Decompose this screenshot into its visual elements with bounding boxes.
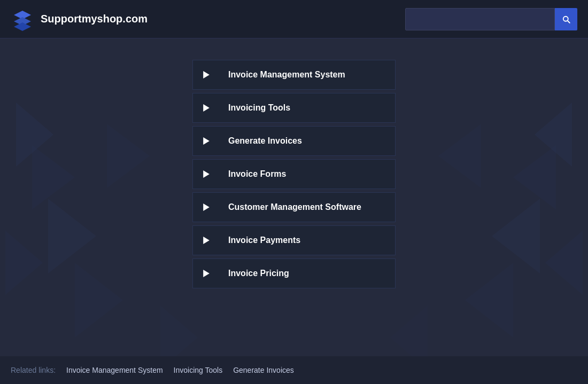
menu-item-invoice-payments[interactable]: Invoice Payments <box>192 225 396 255</box>
arrow-icon-generate-invoices <box>193 127 220 155</box>
related-links-bar: Related links: Invoice Management System… <box>0 356 588 384</box>
search-area <box>405 8 577 30</box>
related-link-invoicing-tools[interactable]: Invoicing Tools <box>174 366 223 374</box>
menu-label-generate-invoices: Generate Invoices <box>220 129 395 153</box>
logo-icon <box>11 7 34 31</box>
arrow-icon-invoice-forms <box>193 160 220 189</box>
related-links-label: Related links: <box>11 366 56 374</box>
related-link-generate-invoices[interactable]: Generate Invoices <box>233 366 294 374</box>
play-icon <box>203 137 210 145</box>
menu-label-customer-management-software: Customer Management Software <box>220 195 395 220</box>
menu-item-invoice-management-system[interactable]: Invoice Management System <box>192 60 396 90</box>
header: Supportmyshop.com <box>0 0 588 38</box>
svg-marker-23 <box>203 270 210 277</box>
play-icon <box>203 203 210 211</box>
play-icon <box>203 71 210 79</box>
svg-marker-20 <box>203 170 210 178</box>
menu-item-invoice-forms[interactable]: Invoice Forms <box>192 159 396 189</box>
menu-label-invoice-payments: Invoice Payments <box>220 229 395 253</box>
play-icon <box>203 270 210 277</box>
svg-marker-18 <box>203 104 210 112</box>
menu-label-invoice-pricing: Invoice Pricing <box>220 262 395 286</box>
svg-marker-22 <box>203 237 210 244</box>
arrow-icon-invoice-payments <box>193 226 220 255</box>
search-input[interactable] <box>405 8 555 30</box>
play-icon <box>203 237 210 244</box>
main-content: Invoice Management System Invoicing Tool… <box>0 38 588 384</box>
search-icon <box>561 14 571 24</box>
play-icon <box>203 104 210 112</box>
menu-container: Invoice Management System Invoicing Tool… <box>0 49 588 288</box>
svg-marker-21 <box>203 203 210 211</box>
play-icon <box>203 170 210 178</box>
menu-item-generate-invoices[interactable]: Generate Invoices <box>192 126 396 156</box>
related-link-invoice-management[interactable]: Invoice Management System <box>66 366 163 374</box>
menu-item-invoice-pricing[interactable]: Invoice Pricing <box>192 258 396 288</box>
arrow-icon-customer-management <box>193 193 220 222</box>
arrow-icon-invoice-pricing <box>193 259 220 288</box>
search-button[interactable] <box>555 8 577 30</box>
logo-area: Supportmyshop.com <box>11 7 148 31</box>
svg-marker-17 <box>203 71 210 79</box>
menu-label-invoice-forms: Invoice Forms <box>220 162 395 186</box>
menu-label-invoicing-tools: Invoicing Tools <box>220 96 395 120</box>
menu-item-invoicing-tools[interactable]: Invoicing Tools <box>192 93 396 123</box>
arrow-icon-invoice-management <box>193 60 220 89</box>
menu-item-customer-management-software[interactable]: Customer Management Software <box>192 192 396 222</box>
menu-label-invoice-management-system: Invoice Management System <box>220 63 395 87</box>
arrow-icon-invoicing-tools <box>193 93 220 122</box>
site-title: Supportmyshop.com <box>41 13 148 25</box>
svg-marker-19 <box>203 137 210 145</box>
svg-marker-2 <box>14 22 31 31</box>
